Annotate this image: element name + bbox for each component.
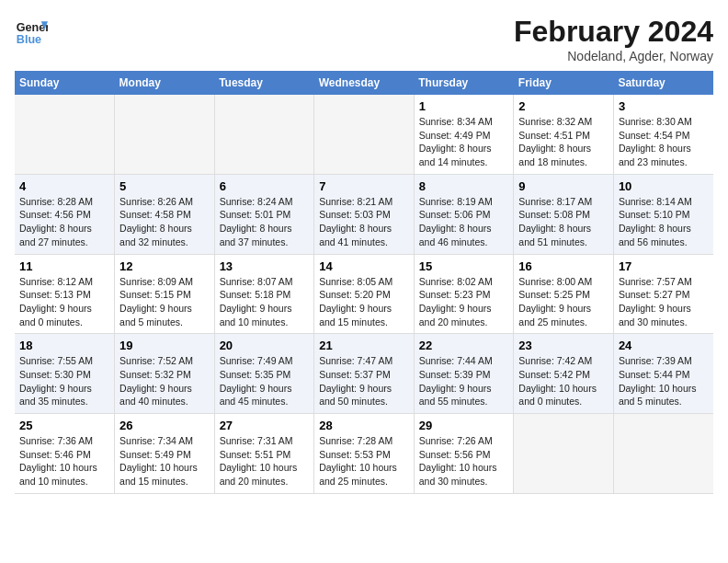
- day-info: Sunrise: 8:32 AM Sunset: 4:51 PM Dayligh…: [518, 115, 609, 169]
- day-info: Sunrise: 7:39 AM Sunset: 5:44 PM Dayligh…: [619, 354, 709, 408]
- day-info: Sunrise: 7:36 AM Sunset: 5:46 PM Dayligh…: [19, 434, 109, 488]
- day-info: Sunrise: 8:26 AM Sunset: 4:58 PM Dayligh…: [119, 195, 210, 249]
- day-number: 3: [619, 99, 709, 113]
- weekday-header-row: SundayMondayTuesdayWednesdayThursdayFrid…: [15, 71, 713, 95]
- calendar-cell: 4Sunrise: 8:28 AM Sunset: 4:56 PM Daylig…: [15, 174, 115, 254]
- month-title: February 2024: [514, 15, 713, 49]
- calendar-cell: 16Sunrise: 8:00 AM Sunset: 5:25 PM Dayli…: [514, 254, 614, 334]
- day-info: Sunrise: 7:55 AM Sunset: 5:30 PM Dayligh…: [19, 354, 109, 408]
- calendar-cell: 11Sunrise: 8:12 AM Sunset: 5:13 PM Dayli…: [15, 254, 115, 334]
- calendar-cell: [115, 95, 215, 174]
- day-number: 14: [319, 259, 409, 273]
- day-number: 22: [419, 339, 509, 352]
- weekday-header-tuesday: Tuesday: [214, 71, 314, 95]
- day-info: Sunrise: 7:44 AM Sunset: 5:39 PM Dayligh…: [419, 354, 509, 408]
- calendar-cell: [613, 414, 713, 494]
- day-info: Sunrise: 7:47 AM Sunset: 5:37 PM Dayligh…: [319, 354, 409, 408]
- calendar-cell: 27Sunrise: 7:31 AM Sunset: 5:51 PM Dayli…: [214, 414, 314, 494]
- day-info: Sunrise: 8:19 AM Sunset: 5:06 PM Dayligh…: [419, 195, 509, 249]
- day-info: Sunrise: 7:34 AM Sunset: 5:49 PM Dayligh…: [119, 434, 210, 488]
- calendar-cell: [314, 95, 415, 174]
- calendar-cell: 10Sunrise: 8:14 AM Sunset: 5:10 PM Dayli…: [613, 174, 713, 254]
- day-info: Sunrise: 7:49 AM Sunset: 5:35 PM Dayligh…: [220, 354, 310, 408]
- calendar-week-3: 11Sunrise: 8:12 AM Sunset: 5:13 PM Dayli…: [15, 254, 713, 334]
- day-number: 25: [19, 419, 109, 432]
- calendar-cell: 22Sunrise: 7:44 AM Sunset: 5:39 PM Dayli…: [414, 334, 514, 414]
- day-info: Sunrise: 8:28 AM Sunset: 4:56 PM Dayligh…: [19, 195, 109, 249]
- day-number: 23: [518, 339, 609, 352]
- calendar-cell: 23Sunrise: 7:42 AM Sunset: 5:42 PM Dayli…: [514, 334, 614, 414]
- day-number: 7: [319, 179, 409, 193]
- calendar-cell: 18Sunrise: 7:55 AM Sunset: 5:30 PM Dayli…: [15, 334, 115, 414]
- calendar-cell: 29Sunrise: 7:26 AM Sunset: 5:56 PM Dayli…: [414, 414, 514, 494]
- day-number: 15: [419, 259, 509, 273]
- calendar-week-4: 18Sunrise: 7:55 AM Sunset: 5:30 PM Dayli…: [15, 334, 713, 414]
- day-info: Sunrise: 8:30 AM Sunset: 4:54 PM Dayligh…: [619, 115, 709, 169]
- calendar-cell: 8Sunrise: 8:19 AM Sunset: 5:06 PM Daylig…: [414, 174, 514, 254]
- weekday-header-wednesday: Wednesday: [314, 71, 415, 95]
- weekday-header-friday: Friday: [514, 71, 614, 95]
- day-info: Sunrise: 7:26 AM Sunset: 5:56 PM Dayligh…: [419, 434, 509, 488]
- day-info: Sunrise: 8:34 AM Sunset: 4:49 PM Dayligh…: [419, 115, 509, 169]
- day-info: Sunrise: 8:09 AM Sunset: 5:15 PM Dayligh…: [119, 275, 210, 329]
- day-number: 12: [119, 259, 210, 273]
- calendar-cell: 14Sunrise: 8:05 AM Sunset: 5:20 PM Dayli…: [314, 254, 415, 334]
- calendar-cell: 7Sunrise: 8:21 AM Sunset: 5:03 PM Daylig…: [314, 174, 415, 254]
- day-number: 9: [518, 179, 609, 193]
- day-info: Sunrise: 8:21 AM Sunset: 5:03 PM Dayligh…: [319, 195, 409, 249]
- day-number: 2: [518, 99, 609, 113]
- day-number: 21: [319, 339, 409, 352]
- calendar-week-2: 4Sunrise: 8:28 AM Sunset: 4:56 PM Daylig…: [15, 174, 713, 254]
- calendar-cell: 3Sunrise: 8:30 AM Sunset: 4:54 PM Daylig…: [613, 95, 713, 174]
- day-info: Sunrise: 8:05 AM Sunset: 5:20 PM Dayligh…: [319, 275, 409, 329]
- day-number: 20: [220, 339, 310, 352]
- weekday-header-sunday: Sunday: [15, 71, 115, 95]
- day-info: Sunrise: 7:31 AM Sunset: 5:51 PM Dayligh…: [220, 434, 310, 488]
- calendar-cell: [214, 95, 314, 174]
- calendar-cell: 12Sunrise: 8:09 AM Sunset: 5:15 PM Dayli…: [115, 254, 215, 334]
- calendar-cell: 9Sunrise: 8:17 AM Sunset: 5:08 PM Daylig…: [514, 174, 614, 254]
- calendar-cell: 20Sunrise: 7:49 AM Sunset: 5:35 PM Dayli…: [214, 334, 314, 414]
- day-number: 24: [619, 339, 709, 352]
- logo: General Blue: [15, 15, 48, 48]
- day-number: 11: [19, 259, 109, 273]
- calendar-cell: 13Sunrise: 8:07 AM Sunset: 5:18 PM Dayli…: [214, 254, 314, 334]
- calendar-week-5: 25Sunrise: 7:36 AM Sunset: 5:46 PM Dayli…: [15, 414, 713, 494]
- calendar-table: SundayMondayTuesdayWednesdayThursdayFrid…: [15, 71, 713, 494]
- day-number: 4: [19, 179, 109, 193]
- day-number: 16: [518, 259, 609, 273]
- calendar-body: 1Sunrise: 8:34 AM Sunset: 4:49 PM Daylig…: [15, 95, 713, 493]
- day-info: Sunrise: 7:42 AM Sunset: 5:42 PM Dayligh…: [518, 354, 609, 408]
- day-number: 19: [119, 339, 210, 352]
- day-number: 10: [619, 179, 709, 193]
- day-info: Sunrise: 7:52 AM Sunset: 5:32 PM Dayligh…: [119, 354, 210, 408]
- day-info: Sunrise: 8:02 AM Sunset: 5:23 PM Dayligh…: [419, 275, 509, 329]
- day-info: Sunrise: 8:24 AM Sunset: 5:01 PM Dayligh…: [220, 195, 310, 249]
- day-number: 28: [319, 419, 409, 432]
- calendar-cell: 5Sunrise: 8:26 AM Sunset: 4:58 PM Daylig…: [115, 174, 215, 254]
- calendar-cell: 26Sunrise: 7:34 AM Sunset: 5:49 PM Dayli…: [115, 414, 215, 494]
- day-info: Sunrise: 8:07 AM Sunset: 5:18 PM Dayligh…: [220, 275, 310, 329]
- day-number: 18: [19, 339, 109, 352]
- day-number: 27: [220, 419, 310, 432]
- day-info: Sunrise: 8:17 AM Sunset: 5:08 PM Dayligh…: [518, 195, 609, 249]
- day-number: 26: [119, 419, 210, 432]
- day-info: Sunrise: 8:12 AM Sunset: 5:13 PM Dayligh…: [19, 275, 109, 329]
- svg-text:Blue: Blue: [17, 33, 41, 46]
- header: General Blue February 2024 Nodeland, Agd…: [15, 15, 713, 63]
- calendar-cell: [514, 414, 614, 494]
- calendar-cell: 19Sunrise: 7:52 AM Sunset: 5:32 PM Dayli…: [115, 334, 215, 414]
- weekday-header-monday: Monday: [115, 71, 215, 95]
- day-info: Sunrise: 7:57 AM Sunset: 5:27 PM Dayligh…: [619, 275, 709, 329]
- calendar-cell: 17Sunrise: 7:57 AM Sunset: 5:27 PM Dayli…: [613, 254, 713, 334]
- day-info: Sunrise: 8:14 AM Sunset: 5:10 PM Dayligh…: [619, 195, 709, 249]
- calendar-cell: 15Sunrise: 8:02 AM Sunset: 5:23 PM Dayli…: [414, 254, 514, 334]
- calendar-cell: [15, 95, 115, 174]
- weekday-header-saturday: Saturday: [613, 71, 713, 95]
- day-number: 13: [220, 259, 310, 273]
- calendar-cell: 1Sunrise: 8:34 AM Sunset: 4:49 PM Daylig…: [414, 95, 514, 174]
- title-area: February 2024 Nodeland, Agder, Norway: [514, 15, 713, 63]
- calendar-cell: 21Sunrise: 7:47 AM Sunset: 5:37 PM Dayli…: [314, 334, 415, 414]
- day-number: 1: [419, 99, 509, 113]
- calendar-cell: 6Sunrise: 8:24 AM Sunset: 5:01 PM Daylig…: [214, 174, 314, 254]
